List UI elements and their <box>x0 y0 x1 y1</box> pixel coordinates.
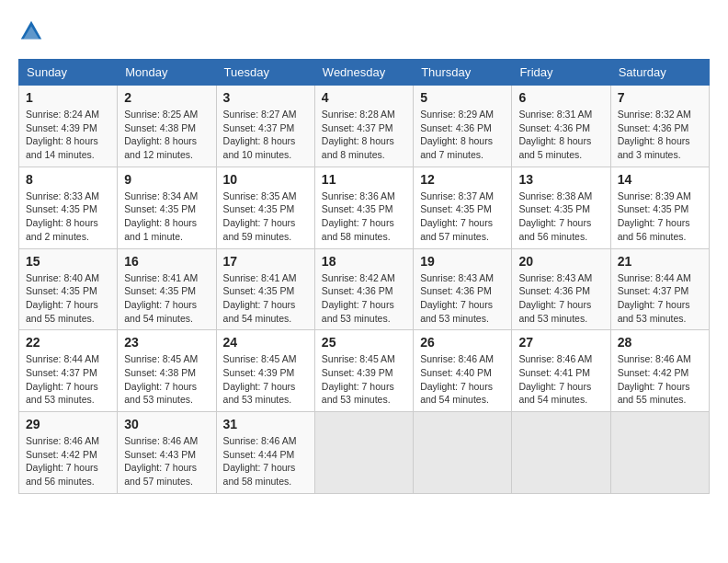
day-info: Sunrise: 8:46 AM Sunset: 4:41 PM Dayligh… <box>518 352 603 407</box>
day-number: 11 <box>322 172 406 187</box>
day-number: 13 <box>518 172 603 187</box>
calendar-header-row: SundayMondayTuesdayWednesdayThursdayFrid… <box>19 60 710 86</box>
calendar-cell: 8 Sunrise: 8:33 AM Sunset: 4:35 PM Dayli… <box>19 167 118 248</box>
day-info: Sunrise: 8:46 AM Sunset: 4:40 PM Dayligh… <box>420 352 505 407</box>
calendar-cell: 3 Sunrise: 8:27 AM Sunset: 4:37 PM Dayli… <box>216 86 314 167</box>
day-number: 15 <box>26 254 110 269</box>
day-header: Sunday <box>19 60 118 86</box>
day-number: 28 <box>618 335 702 350</box>
day-info: Sunrise: 8:32 AM Sunset: 4:36 PM Dayligh… <box>618 108 702 162</box>
calendar-cell: 26 Sunrise: 8:46 AM Sunset: 4:40 PM Dayl… <box>414 330 512 412</box>
day-header: Thursday <box>414 60 512 86</box>
day-number: 24 <box>223 335 308 350</box>
calendar-cell: 28 Sunrise: 8:46 AM Sunset: 4:42 PM Dayl… <box>610 330 709 412</box>
day-info: Sunrise: 8:44 AM Sunset: 4:37 PM Dayligh… <box>618 271 702 326</box>
day-info: Sunrise: 8:35 AM Sunset: 4:35 PM Dayligh… <box>223 190 308 244</box>
calendar-cell: 15 Sunrise: 8:40 AM Sunset: 4:35 PM Dayl… <box>19 248 118 330</box>
day-info: Sunrise: 8:43 AM Sunset: 4:36 PM Dayligh… <box>420 271 505 326</box>
day-info: Sunrise: 8:46 AM Sunset: 4:42 PM Dayligh… <box>618 352 702 407</box>
calendar-cell <box>512 412 610 494</box>
day-info: Sunrise: 8:45 AM Sunset: 4:39 PM Dayligh… <box>223 352 308 407</box>
day-info: Sunrise: 8:44 AM Sunset: 4:37 PM Dayligh… <box>26 352 110 407</box>
day-header: Monday <box>118 60 216 86</box>
calendar-cell: 13 Sunrise: 8:38 AM Sunset: 4:35 PM Dayl… <box>512 167 610 248</box>
calendar-cell: 6 Sunrise: 8:31 AM Sunset: 4:36 PM Dayli… <box>512 86 610 167</box>
day-number: 9 <box>124 172 209 187</box>
day-info: Sunrise: 8:24 AM Sunset: 4:39 PM Dayligh… <box>26 108 110 162</box>
calendar-cell: 19 Sunrise: 8:43 AM Sunset: 4:36 PM Dayl… <box>414 248 512 330</box>
calendar-cell <box>610 412 709 494</box>
day-number: 21 <box>618 254 702 269</box>
day-number: 5 <box>420 90 505 105</box>
calendar-cell: 16 Sunrise: 8:41 AM Sunset: 4:35 PM Dayl… <box>118 248 216 330</box>
day-number: 30 <box>124 417 209 431</box>
day-number: 4 <box>322 90 406 105</box>
day-info: Sunrise: 8:45 AM Sunset: 4:39 PM Dayligh… <box>322 352 406 407</box>
day-number: 27 <box>518 335 603 350</box>
day-number: 26 <box>420 335 505 350</box>
day-number: 6 <box>518 90 603 105</box>
day-number: 20 <box>518 254 603 269</box>
day-info: Sunrise: 8:46 AM Sunset: 4:44 PM Dayligh… <box>223 434 308 488</box>
day-info: Sunrise: 8:33 AM Sunset: 4:35 PM Dayligh… <box>26 190 110 244</box>
day-number: 3 <box>223 90 308 105</box>
calendar-week-row: 1 Sunrise: 8:24 AM Sunset: 4:39 PM Dayli… <box>19 86 710 167</box>
day-number: 1 <box>26 90 110 105</box>
calendar-cell: 21 Sunrise: 8:44 AM Sunset: 4:37 PM Dayl… <box>610 248 709 330</box>
day-info: Sunrise: 8:45 AM Sunset: 4:38 PM Dayligh… <box>124 352 209 407</box>
day-info: Sunrise: 8:46 AM Sunset: 4:42 PM Dayligh… <box>26 434 110 488</box>
day-info: Sunrise: 8:36 AM Sunset: 4:35 PM Dayligh… <box>322 190 406 244</box>
day-number: 23 <box>124 335 209 350</box>
day-number: 31 <box>223 417 308 431</box>
day-info: Sunrise: 8:25 AM Sunset: 4:38 PM Dayligh… <box>124 108 209 162</box>
calendar-cell <box>314 412 413 494</box>
day-info: Sunrise: 8:34 AM Sunset: 4:35 PM Dayligh… <box>124 190 209 244</box>
day-number: 8 <box>26 172 110 187</box>
day-number: 14 <box>618 172 702 187</box>
calendar-week-row: 29 Sunrise: 8:46 AM Sunset: 4:42 PM Dayl… <box>19 412 710 494</box>
day-info: Sunrise: 8:31 AM Sunset: 4:36 PM Dayligh… <box>518 108 603 162</box>
logo-icon <box>18 18 44 44</box>
day-number: 17 <box>223 254 308 269</box>
calendar-cell: 10 Sunrise: 8:35 AM Sunset: 4:35 PM Dayl… <box>216 167 314 248</box>
day-info: Sunrise: 8:37 AM Sunset: 4:35 PM Dayligh… <box>420 190 505 244</box>
calendar-cell: 7 Sunrise: 8:32 AM Sunset: 4:36 PM Dayli… <box>610 86 709 167</box>
calendar-cell: 5 Sunrise: 8:29 AM Sunset: 4:36 PM Dayli… <box>414 86 512 167</box>
day-number: 29 <box>26 417 110 431</box>
calendar-cell: 18 Sunrise: 8:42 AM Sunset: 4:36 PM Dayl… <box>314 248 413 330</box>
calendar-cell: 9 Sunrise: 8:34 AM Sunset: 4:35 PM Dayli… <box>118 167 216 248</box>
day-number: 12 <box>420 172 505 187</box>
calendar-cell: 20 Sunrise: 8:43 AM Sunset: 4:36 PM Dayl… <box>512 248 610 330</box>
calendar-cell: 14 Sunrise: 8:39 AM Sunset: 4:35 PM Dayl… <box>610 167 709 248</box>
day-info: Sunrise: 8:28 AM Sunset: 4:37 PM Dayligh… <box>322 108 406 162</box>
calendar-week-row: 8 Sunrise: 8:33 AM Sunset: 4:35 PM Dayli… <box>19 167 710 248</box>
calendar-cell: 4 Sunrise: 8:28 AM Sunset: 4:37 PM Dayli… <box>314 86 413 167</box>
day-number: 19 <box>420 254 505 269</box>
page-header <box>18 18 710 44</box>
day-number: 2 <box>124 90 209 105</box>
calendar-cell: 17 Sunrise: 8:41 AM Sunset: 4:35 PM Dayl… <box>216 248 314 330</box>
day-info: Sunrise: 8:29 AM Sunset: 4:36 PM Dayligh… <box>420 108 505 162</box>
calendar-cell: 2 Sunrise: 8:25 AM Sunset: 4:38 PM Dayli… <box>118 86 216 167</box>
calendar-cell: 24 Sunrise: 8:45 AM Sunset: 4:39 PM Dayl… <box>216 330 314 412</box>
calendar-cell: 31 Sunrise: 8:46 AM Sunset: 4:44 PM Dayl… <box>216 412 314 494</box>
calendar-cell: 27 Sunrise: 8:46 AM Sunset: 4:41 PM Dayl… <box>512 330 610 412</box>
calendar-cell: 22 Sunrise: 8:44 AM Sunset: 4:37 PM Dayl… <box>19 330 118 412</box>
day-number: 7 <box>618 90 702 105</box>
day-info: Sunrise: 8:46 AM Sunset: 4:43 PM Dayligh… <box>124 434 209 488</box>
logo <box>18 18 48 44</box>
day-number: 25 <box>322 335 406 350</box>
day-info: Sunrise: 8:40 AM Sunset: 4:35 PM Dayligh… <box>26 271 110 326</box>
day-header: Saturday <box>610 60 709 86</box>
calendar-cell <box>414 412 512 494</box>
day-info: Sunrise: 8:39 AM Sunset: 4:35 PM Dayligh… <box>618 190 702 244</box>
calendar-cell: 29 Sunrise: 8:46 AM Sunset: 4:42 PM Dayl… <box>19 412 118 494</box>
day-number: 16 <box>124 254 209 269</box>
calendar: SundayMondayTuesdayWednesdayThursdayFrid… <box>18 59 710 494</box>
day-info: Sunrise: 8:38 AM Sunset: 4:35 PM Dayligh… <box>518 190 603 244</box>
calendar-cell: 23 Sunrise: 8:45 AM Sunset: 4:38 PM Dayl… <box>118 330 216 412</box>
day-info: Sunrise: 8:27 AM Sunset: 4:37 PM Dayligh… <box>223 108 308 162</box>
calendar-cell: 12 Sunrise: 8:37 AM Sunset: 4:35 PM Dayl… <box>414 167 512 248</box>
day-info: Sunrise: 8:41 AM Sunset: 4:35 PM Dayligh… <box>124 271 209 326</box>
day-header: Tuesday <box>216 60 314 86</box>
